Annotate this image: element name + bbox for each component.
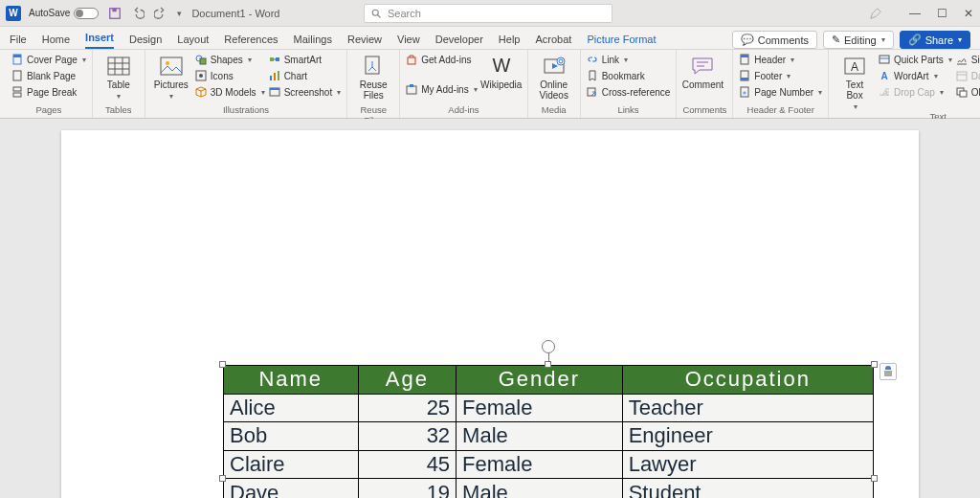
tab-insert[interactable]: Insert xyxy=(85,28,114,49)
signature-line-button[interactable]: Signature Line▾ xyxy=(956,52,980,67)
bookmark-button[interactable]: Bookmark xyxy=(587,68,671,83)
3d-models-button[interactable]: 3D Models▾ xyxy=(195,84,265,100)
tab-developer[interactable]: Developer xyxy=(435,30,483,49)
blank-page-icon xyxy=(11,70,23,81)
chart-label: Chart xyxy=(284,71,307,81)
group-tables: Table▾ Tables xyxy=(93,50,145,118)
reuse-files-button[interactable]: Reuse Files xyxy=(353,52,393,101)
undo-icon[interactable] xyxy=(131,7,145,20)
table-button[interactable]: Table▾ xyxy=(99,52,139,101)
rotate-handle[interactable] xyxy=(542,340,555,353)
cell-name: Alice xyxy=(224,394,359,422)
qat-customize-icon[interactable]: ▾ xyxy=(177,9,182,18)
cover-page-icon xyxy=(11,54,23,65)
svg-rect-21 xyxy=(276,57,279,61)
shapes-icon xyxy=(195,54,207,65)
tab-home[interactable]: Home xyxy=(42,30,70,49)
screenshot-button[interactable]: Screenshot▾ xyxy=(269,84,342,100)
shapes-button[interactable]: Shapes▾ xyxy=(195,52,265,67)
pictures-icon xyxy=(159,54,184,79)
icons-button[interactable]: Icons xyxy=(195,68,265,83)
cell-gender: Male xyxy=(457,479,623,498)
group-reuse-label: Reuse Files xyxy=(353,104,393,118)
redo-icon[interactable] xyxy=(154,7,167,20)
toggle-off-icon[interactable] xyxy=(74,8,99,19)
tab-review[interactable]: Review xyxy=(347,30,382,49)
save-icon[interactable] xyxy=(108,7,122,20)
resize-handle-tl[interactable] xyxy=(219,361,226,368)
tab-acrobat[interactable]: Acrobat xyxy=(535,30,571,49)
tab-design[interactable]: Design xyxy=(129,30,162,49)
wordart-button[interactable]: AWordArt▾ xyxy=(879,68,952,83)
cover-page-label: Cover Page xyxy=(27,55,78,65)
minimize-button[interactable]: — xyxy=(909,7,921,20)
autosave-toggle[interactable]: AutoSave xyxy=(29,8,99,19)
text-box-button[interactable]: A Text Box▾ xyxy=(835,52,875,111)
svg-rect-25 xyxy=(278,71,279,80)
group-links: Link▾ Bookmark Cross-reference Links xyxy=(581,50,678,118)
svg-rect-23 xyxy=(270,76,272,80)
group-header-footer: Header▾ Footer▾ #Page Number▾ Header & F… xyxy=(733,50,829,118)
resize-handle-tr[interactable] xyxy=(871,361,878,368)
search-input[interactable]: Search xyxy=(364,4,612,23)
page-break-button[interactable]: Page Break xyxy=(11,84,86,100)
svg-rect-17 xyxy=(200,58,206,64)
signature-label: Signature Line xyxy=(971,55,980,65)
drop-cap-label: Drop Cap xyxy=(894,87,935,98)
pen-icon[interactable] xyxy=(869,7,882,20)
selected-picture[interactable]: Name Age Gender Occupation Alice25Female… xyxy=(223,365,874,498)
object-button[interactable]: Object▾ xyxy=(956,84,980,100)
cross-ref-label: Cross-reference xyxy=(602,87,671,98)
group-media: Online Videos Media xyxy=(528,50,581,118)
tab-layout[interactable]: Layout xyxy=(177,30,209,49)
window-controls: — ☐ ✕ xyxy=(869,7,974,20)
tab-view[interactable]: View xyxy=(397,30,420,49)
date-time-button: Date & Time xyxy=(956,68,980,83)
cell-gender: Male xyxy=(457,422,623,451)
pictures-label: Pictures xyxy=(154,79,189,90)
resize-handle-mr[interactable] xyxy=(871,475,878,482)
online-videos-button[interactable]: Online Videos xyxy=(534,52,574,101)
share-button[interactable]: 🔗 Share ▾ xyxy=(900,31,970,49)
tab-file[interactable]: File xyxy=(10,30,27,49)
bookmark-label: Bookmark xyxy=(602,71,645,81)
layout-options-button[interactable] xyxy=(880,363,897,380)
col-gender: Gender xyxy=(457,366,623,395)
resize-handle-tm[interactable] xyxy=(545,361,551,368)
cell-name: Claire xyxy=(224,450,359,479)
link-label: Link xyxy=(602,55,619,65)
comment-button[interactable]: Comment xyxy=(682,52,723,91)
document-canvas[interactable]: Name Age Gender Occupation Alice25Female… xyxy=(0,119,980,498)
close-button[interactable]: ✕ xyxy=(963,7,974,20)
svg-rect-40 xyxy=(741,55,748,57)
share-label: Share xyxy=(925,34,953,46)
smartart-button[interactable]: SmartArt xyxy=(269,52,342,67)
group-comments: Comment Comments xyxy=(677,50,733,118)
cross-ref-icon xyxy=(587,86,598,98)
my-addins-button[interactable]: My Add-ins▾ xyxy=(406,81,477,97)
tab-help[interactable]: Help xyxy=(499,30,521,49)
tab-picture-format[interactable]: Picture Format xyxy=(587,30,656,49)
svg-text:A: A xyxy=(851,60,858,74)
get-addins-button[interactable]: Get Add-ins xyxy=(406,52,477,67)
tab-references[interactable]: References xyxy=(224,30,278,49)
chart-button[interactable]: Chart xyxy=(269,68,342,83)
comments-button[interactable]: 💬 Comments xyxy=(732,31,817,49)
page-number-button[interactable]: #Page Number▾ xyxy=(739,84,822,100)
cell-occupation: Lawyer xyxy=(622,450,873,479)
tab-mailings[interactable]: Mailings xyxy=(294,30,332,49)
editing-button[interactable]: ✎ Editing ▾ xyxy=(823,31,894,49)
maximize-button[interactable]: ☐ xyxy=(936,7,947,20)
svg-point-35 xyxy=(557,57,565,65)
wikipedia-button[interactable]: W Wikipedia xyxy=(481,52,522,91)
resize-handle-ml[interactable] xyxy=(219,475,226,482)
header-button[interactable]: Header▾ xyxy=(739,52,822,67)
store-icon xyxy=(406,54,417,65)
quick-parts-button[interactable]: Quick Parts▾ xyxy=(879,52,952,67)
pictures-button[interactable]: Pictures▾ xyxy=(151,52,191,101)
cross-reference-button[interactable]: Cross-reference xyxy=(587,84,671,100)
cover-page-button[interactable]: Cover Page▾ xyxy=(11,52,86,67)
footer-button[interactable]: Footer▾ xyxy=(739,68,822,83)
blank-page-button[interactable]: Blank Page xyxy=(11,68,86,83)
link-button[interactable]: Link▾ xyxy=(587,52,671,67)
